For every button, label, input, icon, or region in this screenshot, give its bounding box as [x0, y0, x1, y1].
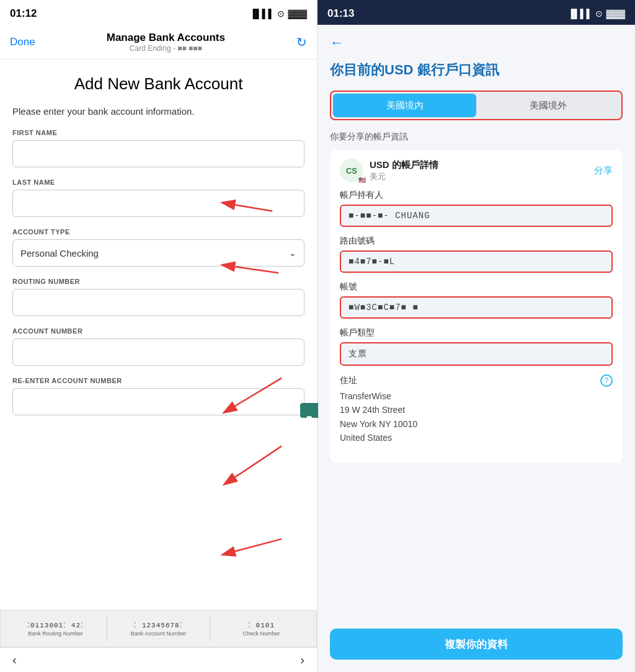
share-link[interactable]: 分享 [594, 165, 613, 177]
last-name-label: LAST NAME [12, 179, 304, 186]
bottom-nav-left: ‹ › [0, 647, 317, 672]
battery-icon-left: ▓▓▓ [288, 9, 307, 19]
account-type-select[interactable]: Personal Checking ⌄ [12, 239, 304, 267]
right-inner: ← 你目前的USD 銀行戶口資訊 美國境內 美國境外 你要分享的帳戶資訊 CS … [318, 25, 635, 619]
account-holder-row: 帳戶持有人 ■-■■-■- CHUANG [340, 190, 613, 227]
account-type-row: 帳戶類型 支票 [340, 327, 613, 366]
check-account-label: Bank Account Number [131, 630, 187, 637]
status-time-left: 01:12 [10, 7, 37, 20]
status-icons-right: ▐▌▌▌ ⊙ ▓▓▓ [568, 9, 625, 19]
status-bar-left: 01:12 ▐▌▌▌ ⊙ ▓▓▓ [0, 0, 317, 25]
account-number-row: 帳號 ■W■3C■C■7■ ■ [340, 281, 613, 319]
account-number-value: ■W■3C■C■7■ ■ [340, 296, 613, 319]
description-text: Please enter your bank account informati… [12, 106, 304, 117]
refresh-button[interactable]: ↻ [296, 35, 307, 50]
content-left: Add New Bank Account Please enter your b… [0, 60, 317, 672]
first-name-label: FIRST NAME [12, 129, 304, 136]
right-page-title: 你目前的USD 銀行戶口資訊 [330, 61, 623, 79]
wifi-icon-right: ⊙ [595, 9, 603, 19]
left-panel: 01:12 ▐▌▌▌ ⊙ ▓▓▓ Done Manage Bank Accoun… [0, 0, 318, 672]
help-icon[interactable]: ? [600, 374, 613, 387]
tab-row: 美國境內 美國境外 [330, 91, 623, 120]
account-holder-label: 帳戶持有人 [340, 190, 613, 201]
last-name-input[interactable] [12, 190, 304, 217]
account-card-header: CS 🇺🇸 USD 的帳戶詳情 美元 分享 [340, 159, 613, 182]
right-panel: 01:13 ▐▌▌▌ ⊙ ▓▓▓ ← 你目前的USD 銀行戶口資訊 美國境內 美… [318, 0, 635, 672]
check-divider-1 [107, 616, 107, 641]
account-number-input[interactable] [12, 338, 304, 366]
status-time-right: 01:13 [327, 7, 354, 20]
routing-number-input[interactable] [12, 289, 304, 316]
chevron-down-icon: ⌄ [289, 248, 296, 258]
check-account-numbers: ⁚ 12345678⁚ [134, 621, 182, 629]
avatar-text: CS [346, 166, 357, 175]
check-routing-label: Bank Routing Number [28, 630, 83, 637]
account-type-value-right: 支票 [340, 342, 613, 366]
routing-number-section: ⁚0113001⁚ 42⁚ Bank Routing Number [7, 621, 104, 637]
nav-bar-left: Done Manage Bank Accounts Card Ending - … [0, 25, 317, 60]
re-enter-account-number-label: RE-ENTER ACCOUNT NUMBER [12, 377, 304, 384]
routing-number-label-right: 路由號碼 [340, 236, 613, 247]
check-check-numbers: ⁚ 0101 [248, 621, 275, 629]
check-divider-2 [210, 616, 210, 641]
section-subtitle: 你要分享的帳戶資訊 [330, 131, 623, 143]
back-nav-button[interactable]: ‹ [12, 653, 17, 667]
routing-number-label: ROUTING NUMBER [12, 278, 304, 285]
nav-title-sub: Card Ending - ■■ ■■■ [107, 44, 225, 53]
check-image-bar: ⁚0113001⁚ 42⁚ Bank Routing Number ⁚ 1234… [0, 610, 317, 647]
status-icons-left: ▐▌▌▌ ⊙ ▓▓▓ [250, 9, 307, 19]
routing-number-row: 路由號碼 ■4■7■-■L [340, 236, 613, 273]
tab-domestic[interactable]: 美國境內 [333, 94, 476, 117]
account-type-value: Personal Checking [20, 248, 99, 259]
re-enter-account-number-input[interactable] [12, 388, 304, 415]
account-title: USD 的帳戶詳情 [370, 159, 438, 171]
check-check-label: Check Number [242, 630, 280, 637]
page-title-left: Add New Bank Account [12, 74, 304, 94]
feedback-button[interactable]: 給予意見及饋 [300, 403, 318, 418]
account-title-area: USD 的帳戶詳情 美元 [370, 159, 438, 182]
check-number-section: ⁚ 0101 Check Number [213, 621, 310, 637]
first-name-input[interactable] [12, 140, 304, 167]
account-number-section: ⁚ 12345678⁚ Bank Account Number [110, 621, 207, 637]
bottom-copy-area: 複製你的資料 [318, 619, 635, 672]
nav-title-main: Manage Bank Accounts [107, 32, 225, 44]
account-number-label: ACCOUNT NUMBER [12, 327, 304, 335]
address-section: 住址 ? TransferWise 19 W 24th Street New Y… [340, 374, 613, 445]
account-number-label-right: 帳號 [340, 281, 613, 293]
tab-international[interactable]: 美國境外 [476, 94, 619, 117]
copy-button[interactable]: 複製你的資料 [330, 629, 623, 660]
back-arrow-button[interactable]: ← [330, 35, 344, 51]
signal-icon-left: ▐▌▌▌ [250, 9, 275, 19]
nav-title: Manage Bank Accounts Card Ending - ■■ ■■… [107, 32, 225, 53]
address-text: TransferWise 19 W 24th Street New York N… [340, 389, 613, 445]
account-type-label: ACCOUNT TYPE [12, 228, 304, 236]
avatar: CS 🇺🇸 [340, 159, 363, 182]
wifi-icon-left: ⊙ [277, 9, 285, 19]
account-type-select-wrapper: Personal Checking ⌄ [12, 239, 304, 267]
account-icon-area: CS 🇺🇸 USD 的帳戶詳情 美元 [340, 159, 438, 182]
status-bar-right: 01:13 ▐▌▌▌ ⊙ ▓▓▓ [318, 0, 635, 25]
account-type-label-right: 帳戶類型 [340, 327, 613, 338]
flag-icon: 🇺🇸 [358, 177, 366, 183]
right-content: ← 你目前的USD 銀行戶口資訊 美國境內 美國境外 你要分享的帳戶資訊 CS … [318, 25, 635, 672]
done-button[interactable]: Done [10, 36, 35, 48]
battery-icon-right: ▓▓▓ [606, 9, 625, 19]
address-label: 住址 ? [340, 374, 613, 387]
signal-icon-right: ▐▌▌▌ [568, 9, 593, 19]
account-card: CS 🇺🇸 USD 的帳戶詳情 美元 分享 帳戶持有人 ■-■■-■- CHUA… [330, 150, 623, 462]
account-holder-value: ■-■■-■- CHUANG [340, 205, 613, 227]
forward-nav-button[interactable]: › [300, 653, 304, 667]
check-routing-numbers: ⁚0113001⁚ 42⁚ [27, 621, 84, 629]
routing-number-value: ■4■7■-■L [340, 250, 613, 273]
account-subtitle: 美元 [370, 171, 438, 182]
